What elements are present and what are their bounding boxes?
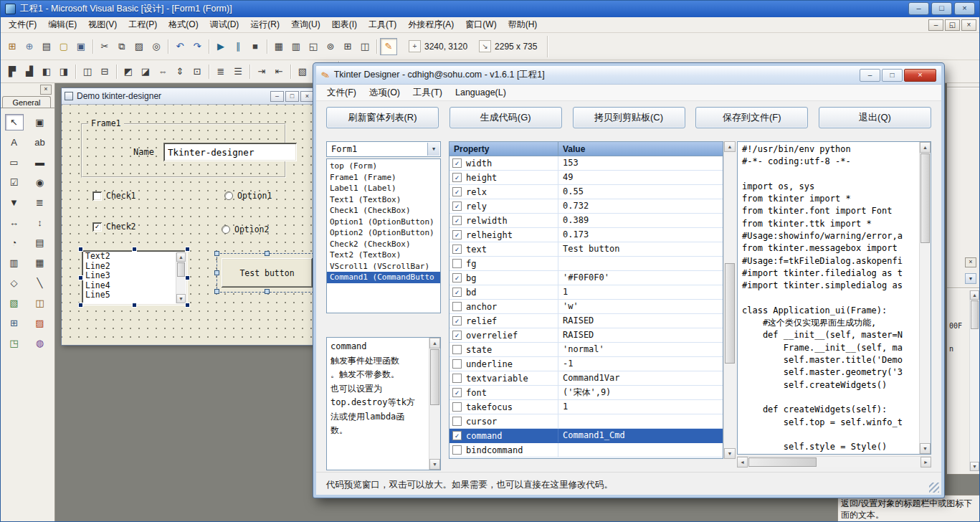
menu-item[interactable]: 查询(U)	[285, 16, 326, 33]
property-checkbox[interactable]	[452, 359, 462, 369]
shape-icon[interactable]: ◇	[5, 275, 24, 291]
dialog-menu-item[interactable]: 选项(O)	[363, 85, 406, 101]
property-row[interactable]: command Command1_Cmd	[449, 429, 723, 443]
redo-icon[interactable]: ↷	[189, 38, 206, 55]
line-icon[interactable]: ╲	[31, 275, 49, 291]
text-box-icon[interactable]: ab	[31, 134, 49, 151]
property-value[interactable]: Command1Var	[558, 371, 723, 385]
same-size-icon[interactable]: ⊡	[189, 63, 206, 80]
form-layout-window-icon[interactable]: ◱	[305, 38, 322, 55]
pointer-icon[interactable]: ↖	[5, 114, 24, 130]
property-value[interactable]: '#F0F0F0'	[558, 271, 723, 285]
label-icon[interactable]: A	[5, 134, 24, 151]
maximize-button[interactable]	[931, 2, 952, 15]
menu-item[interactable]: 工程(P)	[123, 16, 163, 33]
selection-handle[interactable]	[78, 303, 83, 308]
label1-control[interactable]: Name	[133, 147, 154, 157]
scroll-right-icon[interactable]	[920, 457, 931, 468]
property-value[interactable]: RAISED	[558, 314, 723, 328]
widget-list[interactable]: top (Form)Frame1 (Frame)Label1 (Label)Te…	[326, 158, 441, 313]
property-value[interactable]: 0.173	[558, 228, 723, 242]
selection-handle[interactable]	[214, 251, 219, 256]
property-checkbox[interactable]	[452, 216, 462, 225]
property-row[interactable]: width 153	[449, 156, 723, 171]
close-button[interactable]	[954, 2, 975, 15]
scrollbar-thumb[interactable]	[971, 300, 979, 329]
combo-box-icon[interactable]: ▼	[5, 194, 24, 211]
property-checkbox[interactable]	[452, 173, 462, 182]
send-to-back-icon[interactable]: ▟	[21, 63, 38, 80]
scroll-up-icon[interactable]	[970, 290, 979, 300]
selection-handle[interactable]	[185, 303, 190, 308]
check2-control[interactable]: Check2	[92, 222, 136, 232]
form-designer-titlebar[interactable]: Demo tkinter-designer	[62, 88, 317, 105]
property-checkbox[interactable]	[452, 331, 462, 340]
property-value[interactable]: 49	[558, 171, 723, 184]
menu-item[interactable]: 文件(F)	[3, 16, 42, 33]
property-row[interactable]: bindcommand	[449, 443, 723, 457]
form-maximize-button[interactable]	[285, 91, 299, 102]
menu-item[interactable]: 编辑(E)	[42, 16, 82, 33]
file-listbox-icon[interactable]: ▦	[31, 255, 49, 271]
property-checkbox[interactable]	[452, 302, 462, 311]
property-checkbox[interactable]	[452, 230, 462, 239]
widget-list-item[interactable]: VScroll1 (VScrollBar)	[327, 261, 440, 272]
numbered-list-icon[interactable]: ☰	[229, 63, 247, 80]
align-tops-icon[interactable]: ◩	[120, 63, 137, 80]
picture-box-icon[interactable]: ▣	[31, 114, 49, 130]
property-row[interactable]: textvariable Command1Var	[449, 371, 723, 386]
list-box-icon[interactable]: ≣	[31, 194, 49, 211]
property-row[interactable]: state 'normal'	[449, 343, 723, 357]
code-horizontal-scrollbar[interactable]	[737, 456, 931, 468]
form-close-button[interactable]	[300, 91, 314, 102]
data-view-window-icon[interactable]: ◫	[356, 38, 374, 55]
start-icon[interactable]: ▶	[212, 38, 229, 55]
form-design-surface[interactable]: Frame1 Name Check1 Option1 Check2 Option…	[62, 105, 317, 345]
property-checkbox[interactable]	[452, 402, 462, 412]
data-icon[interactable]: ◫	[31, 295, 49, 311]
property-row[interactable]: relief RAISED	[449, 314, 723, 328]
text1-control[interactable]	[163, 143, 297, 161]
selection-handle[interactable]	[214, 289, 219, 294]
scroll-down-icon[interactable]	[429, 459, 440, 470]
property-value[interactable]	[558, 443, 723, 457]
property-value[interactable]: 0.732	[558, 199, 723, 213]
scroll-down-icon[interactable]	[920, 443, 931, 454]
property-checkbox[interactable]	[452, 259, 462, 268]
align-rights-icon[interactable]: ◨	[55, 63, 72, 80]
align-lefts-icon[interactable]: ◧	[38, 63, 55, 80]
command-button-icon[interactable]: ▬	[31, 154, 49, 171]
same-height-icon[interactable]: ⇕	[171, 63, 189, 80]
property-checkbox[interactable]	[452, 316, 462, 326]
menu-item[interactable]: 工具(T)	[363, 16, 402, 33]
center-horizontally-icon[interactable]: ◫	[79, 63, 96, 80]
project-explorer-icon[interactable]: ▦	[270, 38, 287, 55]
end-icon[interactable]: ■	[247, 38, 264, 55]
widget-list-item[interactable]: Command1 (CommandButto	[327, 272, 440, 283]
dialog-menu-item[interactable]: 工具(T)	[406, 85, 449, 101]
rich-text-box-icon[interactable]: ▨	[31, 315, 49, 331]
property-value[interactable]: 153	[558, 156, 723, 170]
properties-scrollbar[interactable]	[969, 290, 979, 471]
properties-window-close-icon[interactable]	[965, 257, 976, 267]
scrollbar-thumb[interactable]	[748, 457, 817, 467]
combo-dropdown-icon[interactable]	[427, 143, 439, 156]
property-row[interactable]: underline -1	[449, 357, 723, 371]
toolbar-icon[interactable]	[287, 63, 294, 80]
widget-list-item[interactable]: Check2 (CheckBox)	[327, 239, 440, 250]
menu-item[interactable]: 格式(O)	[163, 16, 204, 33]
dialog-titlebar[interactable]: ✎ Tkinter Designer - cdhigh@sohu.com - v…	[316, 66, 941, 85]
widget-list-item[interactable]: Label1 (Label)	[327, 183, 440, 194]
scroll-down-icon[interactable]	[724, 448, 736, 459]
property-value[interactable]: RAISED	[558, 328, 723, 342]
property-grid-scrollbar[interactable]	[723, 141, 736, 459]
check2-box[interactable]	[92, 222, 102, 232]
add-form-icon[interactable]: ⊕	[21, 38, 38, 55]
v-scrollbar-icon[interactable]: ↕	[31, 214, 49, 231]
option-button-icon[interactable]: ◉	[31, 174, 49, 191]
widget-list-item[interactable]: top (Form)	[327, 161, 440, 172]
property-row[interactable]: relheight 0.173	[449, 228, 723, 242]
option2-control[interactable]: Option2	[222, 224, 269, 234]
property-row[interactable]: relwidth 0.389	[449, 214, 723, 228]
check1-control[interactable]: Check1	[92, 191, 136, 201]
